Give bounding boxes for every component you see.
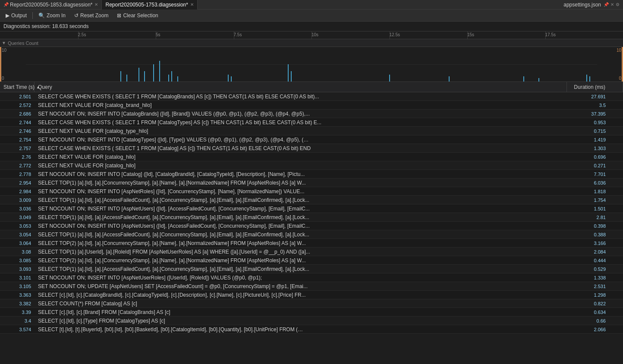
col-duration[interactable]: Duration (ms) [567, 82, 623, 92]
chart-bar [231, 76, 232, 82]
cell-query: SELECT [c].[Id], [c].[CatalogBrandId], [… [35, 291, 567, 299]
table-row[interactable]: 3.382SELECT COUNT(*) FROM [Catalog] AS [… [0, 299, 623, 308]
cell-start-time: 2.746 [0, 127, 35, 135]
table-row[interactable]: 2.778SET NOCOUNT ON; INSERT INTO [Catalo… [0, 170, 623, 179]
tab-1-close[interactable]: ✕ [94, 2, 98, 7]
cell-start-time: 2.757 [0, 144, 35, 152]
table-row[interactable]: 3.39SELECT [c].[Id], [c].[Brand] FROM [C… [0, 308, 623, 317]
cell-duration: 27.691 [567, 92, 623, 100]
cell-duration: 0.634 [567, 308, 623, 316]
cell-query: SELECT [c].[Id], [c].[Brand] FROM [Catal… [35, 308, 567, 316]
table-row[interactable]: 3.105SET NOCOUNT ON; UPDATE [AspNetUsers… [0, 282, 623, 291]
chart-bar [523, 76, 524, 82]
cell-start-time: 3.363 [0, 291, 35, 299]
tab-1-label: Report20200505-1853.diagsession* [10, 2, 92, 8]
table-row[interactable]: 3.08SELECT TOP(1) [a].[UserId], [a].[Rol… [0, 248, 623, 256]
table-row[interactable]: 2.757SELECT CASE WHEN EXISTS ( SELECT 1 … [0, 144, 623, 153]
cell-start-time: 3.08 [0, 248, 35, 256]
table-row[interactable]: 3.036SET NOCOUNT ON; INSERT INTO [AspNet… [0, 204, 623, 213]
ruler-tick: 5s [156, 32, 160, 37]
table-row[interactable]: 2.954SELECT TOP(1) [a].[Id], [a].[Concur… [0, 179, 623, 187]
ruler-container: 2.5s5s7.5s10s12.5s15s17.5s [0, 31, 623, 39]
table-row[interactable]: 3.053SET NOCOUNT ON; INSERT INTO [AspNet… [0, 222, 623, 230]
table-row[interactable]: 2.746SELECT NEXT VALUE FOR [catalog_type… [0, 127, 623, 135]
cell-query: SELECT TOP(1) [a].[Id], [a].[AccessFaile… [35, 265, 567, 273]
main-content: ▶ Output 🔍 Zoom In ↺ Reset Zoom ⊠ Clear … [0, 9, 623, 364]
table-row[interactable]: 2.984SET NOCOUNT ON; INSERT INTO [AspNet… [0, 187, 623, 196]
tab-1[interactable]: 📌 Report20200505-1853.diagsession* ✕ [0, 0, 102, 9]
chart-bar [538, 78, 539, 82]
title-bar: 📌 Report20200505-1853.diagsession* ✕ Rep… [0, 0, 623, 9]
reset-zoom-button[interactable]: ↺ Reset Zoom [70, 11, 112, 20]
cell-start-time: 3.054 [0, 230, 35, 238]
cell-query: SELECT TOP(1) [a].[Id], [a].[AccessFaile… [35, 196, 567, 204]
tab-2[interactable]: Report20200505-1753.diagsession* ✕ [102, 0, 197, 9]
cell-start-time: 2.954 [0, 179, 35, 187]
table-row[interactable]: 3.009SELECT TOP(1) [a].[Id], [a].[Access… [0, 196, 623, 204]
table-row[interactable]: 3.093SELECT TOP(1) [a].[Id], [a].[Access… [0, 265, 623, 273]
chart-bar [126, 75, 127, 82]
chart-title: Queries Count [8, 41, 38, 46]
chart-bar [159, 61, 160, 82]
table-row[interactable]: 3.574SELECT [t].[Id], [t].[BuyerId], [b0… [0, 325, 623, 334]
close-right-icon[interactable]: ✕ [610, 2, 614, 7]
cell-query: SET NOCOUNT ON; INSERT INTO [AspNetUsers… [35, 222, 567, 230]
table-row[interactable]: 3.064SELECT TOP(2) [a].[Id], [a].[Concur… [0, 239, 623, 248]
table-row[interactable]: 2.686SET NOCOUNT ON; INSERT INTO [Catalo… [0, 110, 623, 118]
chart-bar [389, 75, 390, 82]
table-row[interactable]: 3.085SELECT TOP(2) [a].[Id], [a].[Concur… [0, 256, 623, 265]
cell-query: SET NOCOUNT ON; INSERT INTO [Catalog] ([… [35, 170, 567, 178]
cell-duration: 0.529 [567, 265, 623, 273]
ruler-tick: 2.5s [78, 32, 86, 37]
pin-right-icon[interactable]: 📌 [604, 2, 609, 7]
output-button[interactable]: ▶ Output [2, 11, 31, 20]
col-start-label: Start Time (s) [3, 84, 35, 90]
pin-icon: 📌 [3, 2, 9, 7]
table-row[interactable]: 2.76SELECT NEXT VALUE FOR [catalog_hilo]… [0, 153, 623, 161]
cell-query: SELECT COUNT(*) FROM [Catalog] AS [c] [35, 299, 567, 308]
cell-query: SELECT TOP(2) [a].[Id], [a].[Concurrency… [35, 256, 567, 264]
col-start-time[interactable]: Start Time (s) ▲ [0, 82, 35, 92]
table-row[interactable]: 2.754SET NOCOUNT ON; INSERT INTO [Catalo… [0, 135, 623, 144]
table-row[interactable]: 2.501SELECT CASE WHEN EXISTS ( SELECT 1 … [0, 92, 623, 101]
table-row[interactable]: 2.772SELECT NEXT VALUE FOR [catalog_hilo… [0, 161, 623, 170]
cell-duration: 2.81 [567, 213, 623, 221]
cell-start-time: 3.101 [0, 273, 35, 282]
table-row[interactable]: 2.572SELECT NEXT VALUE FOR [catalog_bran… [0, 101, 623, 110]
table-row[interactable]: 3.054SELECT TOP(1) [a].[Id], [a].[Access… [0, 230, 623, 239]
table-body[interactable]: 2.501SELECT CASE WHEN EXISTS ( SELECT 1 … [0, 92, 623, 364]
chart-collapse-icon[interactable]: ▼ [2, 41, 6, 45]
chart-right-axis: 10 0 [610, 47, 623, 82]
cell-start-time: 2.754 [0, 135, 35, 144]
zoom-in-button[interactable]: 🔍 Zoom In [35, 11, 69, 20]
clear-selection-icon: ⊠ [117, 13, 121, 19]
cell-start-time: 2.686 [0, 110, 35, 118]
cell-start-time: 2.572 [0, 101, 35, 109]
tab-2-close[interactable]: ✕ [190, 2, 194, 7]
ruler-tick: 10s [312, 32, 318, 37]
col-query[interactable]: Query [35, 82, 567, 92]
cell-duration: 0.444 [567, 256, 623, 264]
cell-start-time: 3.085 [0, 256, 35, 264]
table-row[interactable]: 3.363SELECT [c].[Id], [c].[CatalogBrandI… [0, 291, 623, 299]
cell-duration: 1.338 [567, 273, 623, 282]
table-row[interactable]: 3.049SELECT TOP(1) [a].[Id], [a].[Access… [0, 213, 623, 222]
cell-start-time: 2.984 [0, 187, 35, 195]
ruler-tick: 17.5s [545, 32, 556, 37]
cell-start-time: 3.39 [0, 308, 35, 316]
table-row[interactable]: 3.101SET NOCOUNT ON; INSERT INTO [AspNet… [0, 273, 623, 282]
title-bar-icons: 📌 ✕ ⚙ [604, 2, 620, 7]
cell-start-time: 3.064 [0, 239, 35, 247]
clear-selection-button[interactable]: ⊠ Clear Selection [113, 11, 162, 20]
cell-query: SELECT TOP(1) [a].[Id], [a].[Concurrency… [35, 179, 567, 187]
table-row[interactable]: 2.744SELECT CASE WHEN EXISTS ( SELECT 1 … [0, 118, 623, 127]
settings-icon[interactable]: ⚙ [616, 2, 620, 7]
table-header: Start Time (s) ▲ Query Duration (ms) [0, 82, 623, 92]
zoom-in-icon: 🔍 [38, 13, 45, 19]
zoom-in-label: Zoom In [47, 13, 66, 19]
cell-start-time: 3.574 [0, 325, 35, 333]
cell-query: SET NOCOUNT ON; INSERT INTO [CatalogType… [35, 135, 567, 144]
table-row[interactable]: 3.4SELECT [c].[Id], [c].[Type] FROM [Cat… [0, 317, 623, 325]
cell-duration: 0.715 [567, 127, 623, 135]
cell-duration: 1.419 [567, 135, 623, 144]
